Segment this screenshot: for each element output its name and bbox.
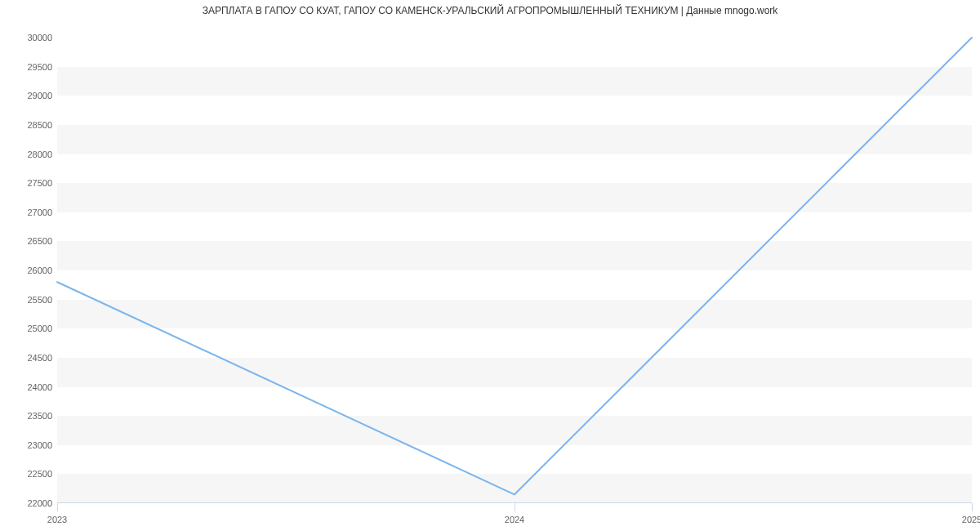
chart-container: ЗАРПЛАТА В ГАПОУ СО КУАТ, ГАПОУ СО КАМЕН… <box>0 0 980 531</box>
y-tick-label: 24000 <box>7 382 52 392</box>
plot-area <box>57 38 972 503</box>
y-tick-label: 28000 <box>7 149 52 159</box>
chart-title: ЗАРПЛАТА В ГАПОУ СО КУАТ, ГАПОУ СО КАМЕН… <box>0 5 980 16</box>
y-tick-label: 25000 <box>7 324 52 333</box>
series-line <box>57 38 972 494</box>
y-tick-label: 25500 <box>7 295 52 305</box>
y-tick-label: 26500 <box>7 236 52 246</box>
y-tick-label: 22500 <box>7 469 52 479</box>
y-tick-label: 24500 <box>7 353 52 363</box>
y-tick-label: 27000 <box>7 207 52 217</box>
line-series <box>57 38 972 503</box>
y-tick-label: 22000 <box>7 498 52 508</box>
y-tick-label: 27500 <box>7 178 52 188</box>
y-tick-label: 29000 <box>7 91 52 100</box>
y-tick-label: 28500 <box>7 120 52 130</box>
y-tick-label: 30000 <box>7 33 52 42</box>
y-tick-label: 23500 <box>7 411 52 421</box>
x-tick-mark <box>57 503 58 511</box>
x-tick-label: 2025 <box>962 515 980 524</box>
y-tick-label: 29500 <box>7 62 52 72</box>
x-tick-mark <box>514 503 515 511</box>
x-tick-mark <box>972 503 973 511</box>
y-tick-label: 23000 <box>7 440 52 450</box>
y-tick-label: 26000 <box>7 266 52 275</box>
x-tick-label: 2024 <box>505 515 524 524</box>
x-tick-label: 2023 <box>47 515 67 524</box>
